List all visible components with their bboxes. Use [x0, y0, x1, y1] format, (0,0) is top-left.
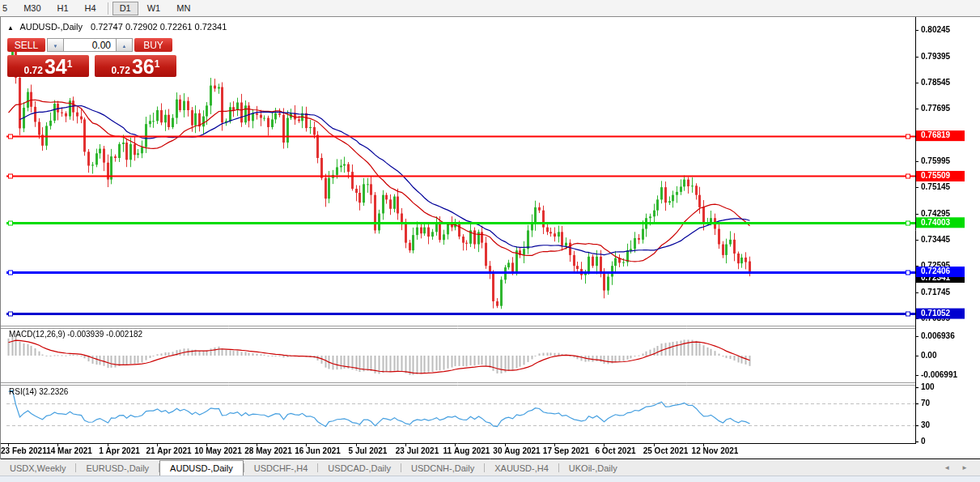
- trading-platform-window: 5M30H1H4D1W1MN ▲ AUDUSD-,Daily 0.72747 0…: [0, 0, 980, 482]
- chevron-up-icon: ▲: [122, 44, 127, 49]
- buy-price-main: 36: [132, 58, 155, 76]
- lot-decrease-button[interactable]: ▼: [47, 38, 64, 52]
- timeframe-mn[interactable]: MN: [169, 2, 197, 15]
- tab-usdx-weekly[interactable]: USDX,Weekly: [0, 460, 75, 476]
- tab-usdchf-h4[interactable]: USDCHF-,H4: [244, 460, 318, 476]
- lot-size-input[interactable]: [64, 38, 116, 52]
- price-chart-canvas[interactable]: [0, 17, 980, 460]
- buy-price-base: 0.72: [112, 65, 130, 76]
- lot-increase-button[interactable]: ▲: [116, 38, 133, 52]
- timeframe-h1[interactable]: H1: [50, 2, 76, 15]
- sell-price-quote[interactable]: 0.72341: [7, 55, 89, 77]
- status-strip: [0, 476, 980, 482]
- chart-window: ▲ AUDUSD-,Daily 0.72747 0.72902 0.72261 …: [0, 17, 980, 460]
- tab-ukoil-daily[interactable]: UKOil-,Daily: [559, 460, 627, 476]
- sell-price-main: 34: [45, 58, 67, 76]
- timeframe-h4[interactable]: H4: [78, 2, 104, 15]
- tab-audusd-daily[interactable]: AUDUSD-,Daily: [159, 460, 244, 476]
- ohlc-values: 0.72747 0.72902 0.72261 0.72341: [91, 22, 227, 32]
- sell-price-pip: 1: [67, 52, 73, 76]
- timeframe-toolbar: 5M30H1H4D1W1MN: [0, 0, 980, 17]
- sell-button[interactable]: SELL: [7, 38, 45, 52]
- timeframe-d1[interactable]: D1: [112, 2, 138, 15]
- rsi-indicator-label: RSI(14) 32.2326: [9, 387, 68, 396]
- chevron-down-icon: ▼: [53, 44, 58, 49]
- timeframe-w1[interactable]: W1: [140, 2, 168, 15]
- tab-xauusd-h4[interactable]: XAUUSD-,H4: [485, 460, 558, 476]
- tab-usdcad-daily[interactable]: USDCAD-,Daily: [318, 460, 401, 476]
- buy-price-quote[interactable]: 0.72361: [95, 55, 176, 77]
- collapse-trade-panel-icon[interactable]: ▲: [7, 24, 14, 32]
- timeframe-5[interactable]: 5: [0, 2, 15, 15]
- one-click-trade-panel: SELL ▼ ▲ BUY 0.72341 0.72361: [7, 38, 179, 77]
- symbol-period-label: AUDUSD-,Daily: [19, 22, 83, 32]
- buy-button[interactable]: BUY: [134, 38, 172, 52]
- timeframe-m30[interactable]: M30: [16, 2, 48, 15]
- chart-tab-bar: USDX,WeeklyEURUSD-,DailyAUDUSD-,DailyUSD…: [0, 460, 980, 476]
- sell-price-base: 0.72: [24, 65, 43, 76]
- tab-scroll-left-icon[interactable]: ◄: [938, 464, 956, 471]
- lot-size-stepper: ▼ ▲: [47, 38, 133, 52]
- macd-indicator-label: MACD(12,26,9) -0.003939 -0.002182: [9, 330, 142, 339]
- tab-usdcnh-daily[interactable]: USDCNH-,Daily: [401, 460, 484, 476]
- tab-eurusd-daily[interactable]: EURUSD-,Daily: [76, 460, 159, 476]
- buy-price-pip: 1: [155, 52, 160, 76]
- toolbar-separator: [108, 2, 108, 15]
- tab-scroll-right-icon[interactable]: ►: [956, 464, 974, 471]
- chart-title-bar: ▲ AUDUSD-,Daily 0.72747 0.72902 0.72261 …: [7, 22, 227, 32]
